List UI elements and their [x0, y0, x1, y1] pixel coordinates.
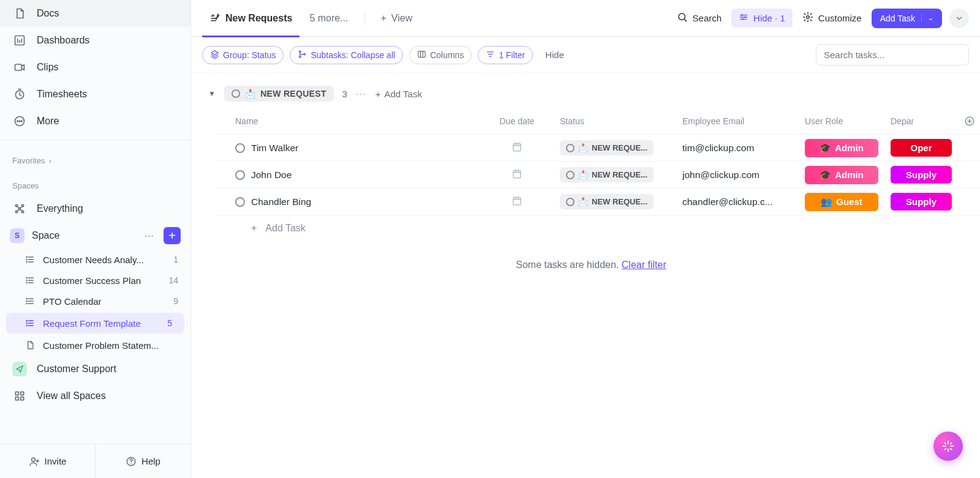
add-column-button[interactable] — [958, 116, 980, 127]
columns-chip[interactable]: Columns — [409, 46, 472, 64]
sidebar-list-item[interactable]: Customer Success Plan14 — [0, 270, 190, 291]
cell-due-date[interactable] — [480, 168, 554, 182]
svg-rect-41 — [513, 170, 521, 177]
cell-role[interactable]: 👥Guest — [799, 193, 884, 211]
add-task-button[interactable]: Add Task ⌄ — [872, 9, 942, 28]
nav-docs[interactable]: Docs — [0, 0, 190, 27]
role-emoji: 👥 — [821, 196, 832, 207]
cell-dept[interactable]: Oper — [884, 139, 958, 157]
status-circle-icon[interactable] — [235, 143, 245, 153]
chevron-down-icon[interactable]: ⌄ — [921, 14, 933, 22]
add-task-row[interactable]: + Add Task — [217, 215, 980, 241]
collapse-toolbar-button[interactable] — [949, 9, 969, 28]
status-emoji: 📩 — [578, 197, 588, 206]
sidebar-list-item[interactable]: Customer Needs Analy...1 — [0, 249, 190, 270]
table-header: Name Due date Status Employee Email User… — [217, 108, 980, 135]
col-status[interactable]: Status — [554, 116, 676, 126]
cell-status[interactable]: 📩NEW REQUE... — [554, 140, 676, 155]
sidebar-list-label: Customer Success Plan — [43, 275, 161, 286]
add-task-row-label: Add Task — [265, 223, 306, 234]
svg-point-32 — [744, 17, 746, 18]
nav-view-all-spaces[interactable]: View all Spaces — [0, 383, 190, 409]
status-circle-icon — [232, 89, 240, 98]
cell-status[interactable]: 📩NEW REQUE... — [554, 194, 676, 209]
role-text: Admin — [835, 143, 864, 153]
col-due[interactable]: Due date — [480, 116, 554, 126]
sidebar-list-item[interactable]: Request Form Template5 — [6, 313, 184, 334]
table-row[interactable]: Chandler Bing📩NEW REQUE...chandler@click… — [217, 189, 980, 215]
status-pill: 📩NEW REQUE... — [560, 140, 654, 155]
cell-email[interactable]: tim@clickup.com — [676, 143, 799, 154]
space-more-icon[interactable]: ··· — [142, 230, 156, 242]
svg-point-20 — [26, 303, 27, 304]
role-emoji: 🎓 — [820, 170, 831, 181]
col-dept[interactable]: Depar — [884, 116, 958, 126]
hide-text-button[interactable]: Hide — [539, 50, 570, 60]
ai-fab-button[interactable] — [933, 431, 963, 461]
tab-new-requests[interactable]: New Requests — [202, 0, 300, 37]
help-button[interactable]: Help — [95, 444, 190, 478]
subtasks-chip[interactable]: Subtasks: Collapse all — [290, 46, 403, 64]
group-add-task-button[interactable]: + Add Task — [375, 89, 422, 99]
sidebar-list-item[interactable]: Customer Problem Statem... — [0, 335, 190, 356]
chevron-right-icon: › — [48, 156, 51, 165]
col-name[interactable]: Name — [217, 116, 480, 126]
group-status-pill[interactable]: 📩 NEW REQUEST — [224, 86, 334, 102]
group-collapse-toggle[interactable]: ▼ — [208, 89, 216, 98]
search-button[interactable]: Search — [669, 8, 729, 28]
filter-chip[interactable]: 1 Filter — [478, 46, 533, 64]
customer-support-label: Customer Support — [37, 364, 116, 375]
nav-timesheets[interactable]: Timesheets — [0, 81, 190, 108]
col-role[interactable]: User Role — [799, 116, 884, 126]
svg-point-22 — [26, 323, 27, 323]
subtasks-chip-label: Subtasks: Collapse all — [311, 50, 395, 60]
status-text: NEW REQUE... — [592, 197, 647, 206]
table-row[interactable]: John Doe📩NEW REQUE...john@clickup.com🎓Ad… — [217, 162, 980, 189]
cell-dept[interactable]: Supply — [884, 166, 958, 184]
cell-dept[interactable]: Supply — [884, 193, 958, 211]
invite-button[interactable]: Invite — [0, 444, 95, 478]
nav-dashboards[interactable]: Dashboards — [0, 27, 190, 54]
status-circle-icon[interactable] — [235, 197, 245, 207]
svg-rect-1 — [15, 64, 22, 70]
nav-clips[interactable]: Clips — [0, 54, 190, 81]
group-chip[interactable]: Group: Status — [202, 46, 284, 64]
hide-fields-button[interactable]: Hide · 1 — [731, 9, 793, 28]
cell-role[interactable]: 🎓Admin — [799, 139, 884, 157]
help-icon — [126, 456, 137, 467]
status-circle-icon[interactable] — [235, 170, 245, 180]
cell-due-date[interactable] — [480, 195, 554, 209]
search-tasks-input[interactable] — [816, 44, 969, 65]
space-row[interactable]: S Space ··· + — [0, 222, 190, 249]
nav-customer-support[interactable]: Customer Support — [0, 356, 190, 383]
tabs-more[interactable]: 5 more... — [302, 0, 355, 37]
col-email[interactable]: Employee Email — [676, 116, 799, 126]
clear-filter-link[interactable]: Clear filter — [622, 260, 666, 270]
cell-due-date[interactable] — [480, 141, 554, 155]
nav-dashboards-label: Dashboards — [37, 35, 89, 46]
group-more-icon[interactable]: ··· — [356, 89, 367, 99]
sidebar-list-item[interactable]: PTO Calendar9 — [0, 291, 190, 312]
customize-button[interactable]: Customize — [795, 8, 869, 28]
cell-status[interactable]: 📩NEW REQUE... — [554, 167, 676, 182]
gear-icon — [802, 12, 813, 24]
cell-email[interactable]: chandler@clickup.c... — [676, 196, 799, 207]
status-text: NEW REQUE... — [592, 170, 647, 179]
layers-icon — [210, 50, 219, 61]
sidebar-list-count: 14 — [168, 275, 181, 285]
add-task-label: Add Task — [880, 13, 915, 23]
cell-name: John Doe — [217, 170, 480, 181]
cell-role[interactable]: 🎓Admin — [799, 166, 884, 184]
role-tag: 🎓Admin — [805, 139, 878, 157]
svg-point-15 — [26, 277, 27, 278]
nav-everything[interactable]: Everything — [0, 195, 190, 222]
space-add-button[interactable]: + — [164, 227, 181, 244]
nav-more[interactable]: More — [0, 108, 190, 135]
favorites-section[interactable]: Favorites › — [0, 145, 190, 170]
favorites-label: Favorites — [12, 156, 45, 165]
add-view-button[interactable]: + View — [374, 0, 420, 37]
cell-email[interactable]: john@clickup.com — [676, 170, 799, 181]
table-row[interactable]: Tim Walker📩NEW REQUE...tim@clickup.com🎓A… — [217, 135, 980, 162]
hidden-tasks-text: Some tasks are hidden. — [516, 260, 622, 270]
svg-point-28 — [31, 458, 35, 461]
